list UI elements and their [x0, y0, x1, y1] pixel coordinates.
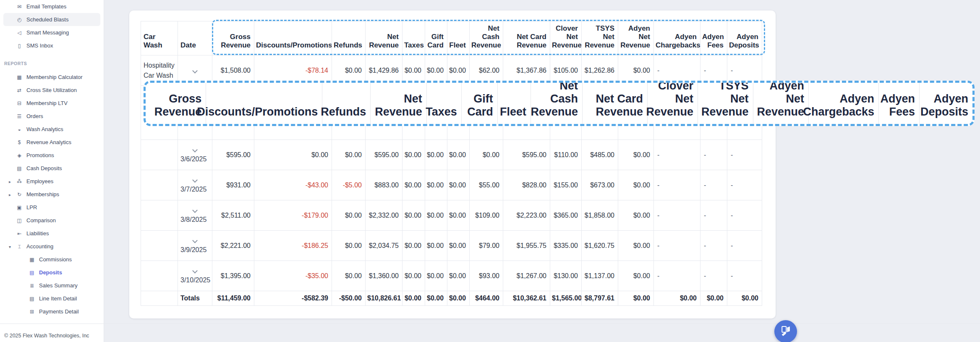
cell-gift-card: $0.00 [425, 291, 447, 306]
column-header-clover-net-revenue: Clover Net Revenue [550, 21, 582, 55]
column-header-discounts-promotions: Discounts/Promotions [254, 21, 332, 55]
sidebar-item-label: Membership Calculator [26, 74, 83, 80]
megaphone-icon: ◁ [16, 30, 23, 36]
cell-fleet: $0.00 [447, 200, 470, 231]
cell-date: 3/8/2025 [178, 200, 212, 231]
sidebar-item-membership-ltv[interactable]: ⊟Membership LTV [3, 97, 100, 110]
cell-gift-card: $0.00 [425, 200, 447, 231]
sidebar-item-label: Comparison [26, 217, 56, 224]
chevron-down-icon[interactable] [192, 177, 198, 183]
cell-adyen-deposits: - [727, 140, 762, 170]
sidebar-item-promotions[interactable]: ◈Promotions [3, 149, 100, 162]
sidebar-item-membership-calculator[interactable]: ▦Membership Calculator [3, 71, 100, 84]
banknote-icon: ⊟ [16, 100, 23, 106]
cell-tsys-net-revenue: $673.00 [582, 170, 618, 200]
cell-adyen-deposits: $0.00 [727, 291, 762, 306]
sidebar-item-label: Scheduled Blasts [26, 16, 68, 23]
cell-refunds: -$5.00 [332, 170, 366, 200]
cell-adyen-net-revenue: $0.00 [618, 140, 654, 170]
header-magnifier-overlay: Gross RevenueDiscounts/PromotionsRefunds… [144, 81, 975, 126]
sidebar-item-cash-deposits[interactable]: ▤Cash Deposits [3, 162, 100, 175]
cell-net-cash-revenue: $0.00 [470, 140, 503, 170]
sidebar-item-commissions[interactable]: ▦Commissions [3, 253, 100, 266]
cell-tsys-net-revenue: $1,620.75 [582, 231, 618, 261]
sidebar-item-label: Memberships [26, 191, 59, 197]
cell-net-card-revenue: $10,362.61 [503, 291, 550, 306]
sidebar-item-label: Liabilities [26, 230, 49, 237]
cell-refunds: $0.00 [332, 140, 366, 170]
date-label: 3/10/2025 [178, 276, 212, 284]
cell-fleet: $0.00 [447, 140, 470, 170]
chevron-down-icon[interactable] [192, 268, 198, 274]
sidebar-item-label: Membership LTV [26, 100, 68, 106]
sidebar-item-smart-messaging[interactable]: ◁Smart Messaging [3, 26, 100, 39]
magnified-column-header-discounts-promotions: Discounts/Promotions [206, 83, 322, 124]
cell-tsys-net-revenue: $1,858.00 [582, 200, 618, 231]
sidebar-item-employees[interactable]: ▸⁂Employees [3, 175, 100, 188]
cell-discounts-promotions: $0.00 [254, 140, 332, 170]
cell-date: 3/6/2025 [178, 140, 212, 170]
chevron-down-icon[interactable] [192, 238, 198, 243]
cell-clover-net-revenue: $110.00 [550, 140, 582, 170]
sidebar-item-revenue-analytics[interactable]: $Revenue Analytics [3, 136, 100, 149]
sidebar-item-label: Cross Site Utilization [26, 87, 77, 93]
cell-net-card-revenue: $1,955.75 [503, 231, 550, 261]
chevron-down-icon[interactable] [192, 208, 198, 213]
sidebar-item-label: SMS Inbox [26, 42, 53, 49]
sidebar-item-cross-site-utilization[interactable]: ⇄Cross Site Utilization [3, 84, 100, 97]
column-header-adyen-fees: Adyen Fees [700, 21, 727, 55]
sidebar-item-sms-inbox[interactable]: ▯SMS Inbox [3, 39, 100, 52]
column-header-gross-revenue: Gross Revenue [212, 21, 254, 55]
copyright-text: © 2025 Flex Wash Technologies, Inc [4, 333, 89, 339]
caret-right-icon[interactable]: ▸ [9, 179, 11, 184]
sidebar-item-liabilities[interactable]: ⇤Liabilities [3, 227, 100, 240]
sidebar-item-email-templates[interactable]: ✉Email Templates [3, 0, 100, 13]
sidebar-item-accounting[interactable]: ▾⌶Accounting [3, 240, 100, 253]
sidebar-item-deposits[interactable]: ▤Deposits [3, 266, 100, 279]
sidebar-item-comparison[interactable]: ◫Comparison [3, 214, 100, 227]
email-icon: ✉ [16, 4, 23, 10]
magnified-column-header-taxes: Taxes [427, 83, 462, 124]
cell-gross-revenue: $1,395.00 [212, 261, 254, 291]
sidebar-item-label: Wash Analytics [26, 126, 63, 132]
column-header-adyen-net-revenue: Adyen Net Revenue [618, 21, 654, 55]
cell-adyen-net-revenue: $0.00 [618, 231, 654, 261]
date-label: 3/8/2025 [178, 216, 212, 224]
sidebar-item-line-item-detail[interactable]: ▤Line Item Detail [3, 292, 100, 305]
cell-refunds: $0.00 [332, 261, 366, 291]
tag-icon: ◈ [16, 153, 23, 158]
chevron-down-icon[interactable] [192, 147, 198, 153]
magnified-column-header-adyen-chargebacks: Adyen Chargebacks [809, 83, 879, 124]
sidebar-item-scheduled-blasts[interactable]: ◴Scheduled Blasts [3, 13, 100, 26]
detail-icon: ▤ [29, 296, 35, 302]
sidebar-item-wash-analytics[interactable]: ◒Wash Analytics [3, 123, 100, 136]
caret-right-icon[interactable]: ▸ [9, 192, 11, 197]
cell-gift-card: $0.00 [425, 170, 447, 200]
orders-icon: ☰ [16, 113, 23, 119]
cell-gift-card: $0.00 [425, 231, 447, 261]
sidebar-item-memberships[interactable]: ▸↻Memberships [3, 188, 100, 201]
cell-net-revenue: $595.00 [366, 140, 402, 170]
cell-fleet: $0.00 [447, 261, 470, 291]
cell-net-cash-revenue: $109.00 [470, 200, 503, 231]
sidebar-item-label: Commissions [39, 256, 72, 263]
date-label: 3/6/2025 [178, 155, 212, 163]
feedback-fab-button[interactable] [774, 320, 797, 342]
cell-adyen-deposits: - [727, 231, 762, 261]
sidebar-item-sales-summary[interactable]: ≣Sales Summary [3, 279, 100, 292]
sidebar-item-label: Revenue Analytics [26, 139, 71, 145]
cell-fleet: $0.00 [447, 170, 470, 200]
cell-net-cash-revenue: $55.00 [470, 170, 503, 200]
column-header-net-cash-revenue: Net Cash Revenue [470, 21, 503, 55]
dollar-icon: $ [16, 139, 23, 145]
sidebar-item-payments-detail[interactable]: ⊞Payments Detail [3, 305, 100, 318]
chevron-down-icon[interactable] [192, 68, 198, 74]
sidebar-item-orders[interactable]: ☰Orders [3, 110, 100, 123]
sidebar-item-lpr[interactable]: ▣LPR [3, 201, 100, 214]
cell-adyen-deposits: - [727, 261, 762, 291]
cell-discounts-promotions: -$186.25 [254, 231, 332, 261]
cell-taxes: $0.00 [402, 231, 425, 261]
book-icon: ◫ [16, 218, 23, 224]
caret-down-icon[interactable]: ▾ [9, 244, 11, 249]
bank-icon: ⌶ [16, 244, 23, 250]
